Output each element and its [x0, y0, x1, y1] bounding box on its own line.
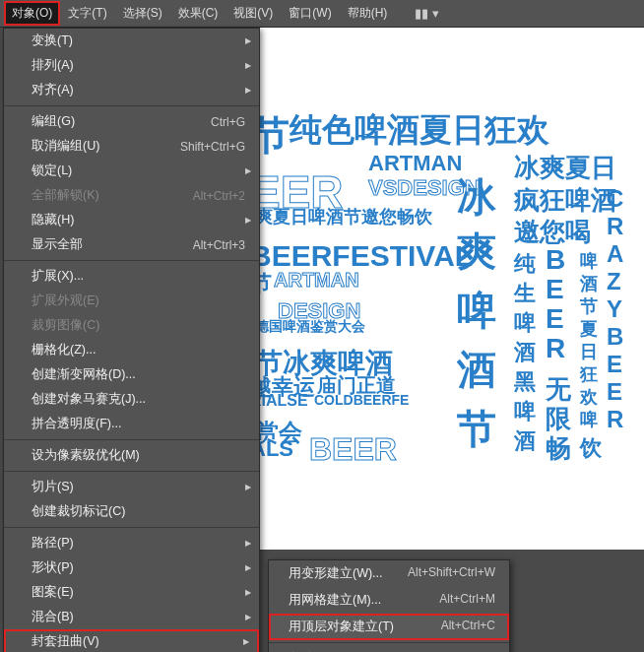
menu-view[interactable]: 视图(V) [225, 1, 281, 26]
menu-label: 用顶层对象建立(T) [289, 619, 394, 635]
menu-item[interactable]: 切片(S) [4, 475, 259, 499]
artwork-text: Z [607, 268, 621, 295]
menu-label: 切片(S) [32, 479, 74, 495]
artwork-text: B [546, 244, 565, 276]
artwork-text: R [607, 406, 623, 433]
shortcut: Shift+Ctrl+G [180, 140, 245, 154]
artwork-text: ARTMAN [274, 269, 359, 292]
shortcut: Ctrl+G [211, 115, 245, 129]
menu-item[interactable]: 封套扭曲(V) [4, 629, 259, 652]
menu-item[interactable]: 隐藏(H) [4, 208, 259, 232]
layout-icon[interactable]: ▮▮ ▾ [415, 6, 439, 21]
menu-item[interactable]: 显示全部Alt+Ctrl+3 [4, 232, 259, 257]
menu-item[interactable]: 图案(E) [4, 580, 259, 605]
menu-label: 扩展(X)... [32, 268, 84, 285]
menu-item[interactable]: 变换(T) [4, 29, 259, 53]
artwork-text: 欢 [580, 385, 598, 409]
menu-label: 形状(P) [32, 559, 74, 576]
menu-label: 创建对象马赛克(J)... [32, 391, 146, 408]
menu-item[interactable]: 排列(A) [4, 53, 259, 78]
menu-item[interactable]: 设为像素级优化(M) [4, 443, 259, 468]
artwork-text: R [607, 213, 623, 240]
menu-effect[interactable]: 效果(C) [170, 1, 226, 26]
menu-label: 显示全部 [32, 236, 83, 253]
menu-label: 拼合透明度(F)... [32, 416, 121, 432]
shortcut: Alt+Ctrl+M [439, 592, 495, 609]
artwork-text: RIALSE [260, 392, 308, 410]
artwork-text: 节 [580, 294, 598, 318]
menu-label: 裁剪图像(C) [32, 317, 99, 334]
artwork-text: 黑 [514, 367, 536, 397]
artwork-text: ALS [260, 436, 293, 462]
menu-label: 隐藏(H) [32, 212, 74, 228]
submenu-item[interactable]: 用网格建立(M)...Alt+Ctrl+M [269, 587, 509, 614]
menu-label: 图案(E) [32, 584, 74, 601]
artwork-text: 酒 [580, 272, 598, 295]
menu-item[interactable]: 创建渐变网格(D)... [4, 362, 259, 387]
menu-label: 混合(B) [32, 609, 74, 625]
menu-item: 扩展外观(E) [4, 289, 259, 313]
artwork-text: 冰 [457, 170, 496, 225]
menu-label: 用变形建立(W)... [289, 565, 383, 582]
artwork-text: 畅 [546, 431, 571, 466]
menu-text[interactable]: 文字(T) [60, 1, 114, 26]
menu-label: 路径(P) [32, 535, 74, 552]
shortcut: Alt+Ctrl+2 [193, 189, 245, 203]
artwork-text: 纯 [514, 249, 536, 279]
shortcut: Alt+Shift+Ctrl+W [408, 565, 495, 582]
canvas[interactable]: 节纯色啤酒夏日狂欢EERARTMANVSDESIGN冰爽夏日疯狂啤酒爽夏日啤酒节… [260, 28, 644, 550]
menu-object[interactable]: 对象(O) [4, 1, 60, 26]
menu-select[interactable]: 选择(S) [115, 1, 170, 26]
artwork-text: 饮 [580, 433, 602, 463]
artwork-text: B [607, 323, 623, 351]
artwork-text: 啤 [457, 284, 496, 338]
menu-item[interactable]: 栅格化(Z)... [4, 338, 259, 362]
menu-label: 变换(T) [32, 33, 73, 49]
menu-item[interactable]: 对齐(A) [4, 78, 259, 102]
artwork-text: 爽夏日啤酒节邀您畅饮 [260, 205, 432, 228]
menu-label: 排列(A) [32, 57, 74, 74]
artwork-text: E [607, 378, 622, 406]
submenu-item[interactable]: 用顶层对象建立(T)Alt+Ctrl+C [269, 614, 509, 640]
menu-item[interactable]: 取消编组(U)Shift+Ctrl+G [4, 134, 259, 159]
artwork-text: 节 [260, 269, 272, 298]
menu-item[interactable]: 拼合透明度(F)... [4, 412, 259, 436]
menu-item[interactable]: 编组(G)Ctrl+G [4, 109, 259, 134]
artwork-text: 生 [514, 279, 536, 308]
menu-label: 全部解锁(K) [32, 187, 99, 204]
menubar: 对象(O) 文字(T) 选择(S) 效果(C) 视图(V) 窗口(W) 帮助(H… [0, 0, 644, 28]
menu-separator [4, 105, 259, 106]
menu-item: 全部解锁(K)Alt+Ctrl+2 [4, 183, 259, 208]
menu-item: 裁剪图像(C) [4, 313, 259, 338]
menu-label: 封套扭曲(V) [32, 633, 99, 650]
artwork-text: 啤 [580, 408, 598, 431]
menu-item[interactable]: 创建裁切标记(C) [4, 499, 259, 524]
artwork-text: E [546, 274, 564, 305]
menu-window[interactable]: 窗口(W) [281, 1, 339, 26]
menu-item[interactable]: 锁定(L) [4, 159, 259, 183]
artwork-text: 节 [260, 108, 290, 163]
menu-label: 用网格建立(M)... [289, 592, 381, 609]
menu-item[interactable]: 扩展(X)... [4, 264, 259, 289]
menu-item[interactable]: 路径(P) [4, 531, 259, 555]
menu-help[interactable]: 帮助(H) [340, 1, 396, 26]
menu-item[interactable]: 形状(P) [4, 555, 259, 580]
artwork-text: R [546, 333, 565, 364]
menu-item[interactable]: 创建对象马赛克(J)... [4, 387, 259, 412]
menu-label: 设为像素级优化(M) [32, 447, 140, 464]
menu-separator [4, 527, 259, 528]
artwork-text: 爽 [457, 225, 496, 279]
artwork-text: E [607, 351, 622, 378]
artwork-text: 日 [580, 340, 598, 363]
menu-separator [269, 642, 509, 643]
menu-item[interactable]: 混合(B) [4, 605, 259, 629]
object-menu-dropdown: 变换(T)排列(A)对齐(A)编组(G)Ctrl+G取消编组(U)Shift+C… [3, 28, 260, 652]
submenu-item[interactable]: 用变形建立(W)...Alt+Shift+Ctrl+W [269, 560, 509, 587]
artwork-text: 德国啤酒鉴赏大会 [260, 318, 365, 336]
menu-separator [4, 260, 259, 261]
artwork-text: 酒 [514, 426, 536, 456]
artwork-text: 啤 [580, 249, 598, 273]
artwork-text: A [607, 240, 623, 268]
artwork-text: 冰爽夏日 [514, 151, 616, 185]
menu-label: 锁定(L) [32, 163, 72, 179]
